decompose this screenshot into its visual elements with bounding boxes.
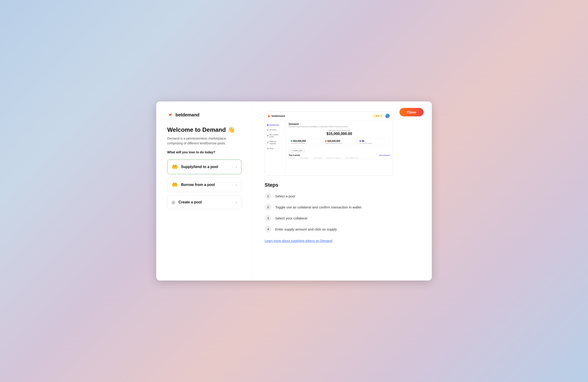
preview-table-header: Pool name Total supplied Total borrowed …: [289, 157, 390, 160]
preview-nav-rewards[interactable]: Platform rewards: [265, 139, 285, 146]
main-modal: betdemand Welcome to Demand 👋 Demand is …: [156, 101, 432, 281]
close-button[interactable]: Close: [399, 108, 423, 116]
preview-sidebar: Dashboard All pools My created pools Pla…: [265, 120, 286, 175]
welcome-desc: Demand is a permissionless marketplace, …: [167, 136, 241, 146]
logo-icon: [167, 112, 174, 118]
allpools-nav-icon: [267, 129, 269, 131]
stat-2-dot: [359, 140, 361, 142]
step-text-4: Enter supply amount and click on supply: [275, 227, 337, 231]
preview-tvl-value: $15,000,000.00: [289, 132, 390, 136]
option-create-label: Create a pool: [178, 200, 232, 204]
stat-0-dot: [291, 140, 292, 142]
preview-top5-header: Top 5 pools View all pools: [289, 154, 390, 156]
step-number-2: 2: [265, 204, 272, 211]
step-item-3: 3 Select your collateral: [265, 215, 420, 221]
step-number-1: 1: [265, 193, 272, 200]
steps-list: 1 Select a pool 2 Toggle use as collater…: [265, 193, 420, 233]
preview-dashboard-title: Demand: [289, 122, 390, 125]
preview-main: Demand Demand is a permissionless market…: [286, 120, 393, 175]
preview-stat-2: 38 No. of pools created: [357, 138, 390, 145]
step-number-3: 3: [265, 215, 272, 221]
preview-dashboard-desc: Demand is a permissionless marketplace, …: [289, 126, 390, 127]
borrow-icon: 🤲: [171, 182, 178, 188]
preview-nav-dashboard[interactable]: Dashboard: [265, 122, 285, 127]
preview-tvl-label: Total value locked across pools: [289, 130, 390, 131]
option-borrow-label: Borrow from a pool: [181, 183, 232, 187]
option-borrow[interactable]: 🤲 Borrow from a pool ›: [167, 178, 241, 192]
logo-row: betdemand: [167, 112, 241, 118]
dashboard-preview: ▶ betdemand ● BSC ▾ Dashbo: [265, 112, 393, 176]
preview-body: Dashboard All pools My created pools Pla…: [265, 120, 393, 175]
preview-logo: ▶ betdemand: [268, 114, 285, 118]
step-text-3: Select your collateral: [275, 216, 307, 220]
preview-view-all[interactable]: View all pools: [379, 155, 390, 156]
preview-stat-0: $54,000,000 Total assets collaterized: [289, 138, 321, 145]
right-panel: Close ▶ betdemand ● BSC ▾: [253, 101, 432, 281]
help-nav-icon: [267, 148, 269, 149]
preview-header: ▶ betdemand ● BSC ▾: [265, 112, 393, 120]
supply-icon: 🤲: [171, 164, 178, 170]
welcome-title: Welcome to Demand 👋: [167, 126, 241, 133]
stat-1-dot: [325, 140, 327, 142]
preview-logo-icon: ▶: [268, 114, 270, 118]
step-text-1: Select a pool: [275, 194, 295, 198]
preview-nav-allpools[interactable]: All pools: [265, 127, 285, 132]
preview-nav-mypools[interactable]: My created pools: [265, 132, 285, 139]
dashboard-nav-icon: [267, 124, 269, 126]
step-number-4: 4: [265, 226, 272, 233]
step-item-2: 2 Toggle use as collateral and confirm t…: [265, 204, 420, 211]
create-pool-icon: ◎: [171, 200, 175, 205]
what-todo-label: What will you love to do today?: [167, 150, 241, 154]
supply-arrow-icon: ›: [236, 165, 237, 169]
option-cards: 🤲 Supply/lend to a pool › 🤲 Borrow from …: [167, 160, 241, 209]
preview-stats-row: $54,000,000 Total assets collaterized $2…: [289, 138, 390, 145]
borrow-arrow-icon: ›: [236, 182, 237, 187]
preview-create-pool-btn[interactable]: + Create a pool: [289, 149, 305, 152]
option-create[interactable]: ◎ Create a pool ›: [167, 195, 241, 209]
preview-stat-1: $26,000,000 Total borrowed across pools: [323, 138, 355, 145]
step-item-1: 1 Select a pool: [265, 193, 420, 200]
option-supply[interactable]: 🤲 Supply/lend to a pool ›: [167, 160, 241, 174]
step-text-2: Toggle use as collateral and confirm tra…: [275, 205, 361, 209]
preview-nav-help[interactable]: Help: [265, 146, 285, 151]
rewards-nav-icon: [267, 142, 269, 143]
mypools-nav-icon: [267, 135, 269, 136]
step-item-4: 4 Enter supply amount and click on suppl…: [265, 226, 420, 233]
steps-title: Steps: [265, 182, 420, 188]
preview-tvl: Total value locked across pools $15,000,…: [289, 130, 390, 136]
left-panel: betdemand Welcome to Demand 👋 Demand is …: [156, 101, 253, 281]
preview-right-badge: ● BSC ▾: [372, 114, 390, 118]
avatar: [385, 114, 390, 118]
logo-text: betdemand: [175, 112, 199, 118]
option-supply-label: Supply/lend to a pool: [181, 165, 232, 169]
bsc-badge: ● BSC ▾: [372, 114, 384, 118]
learn-more-link[interactable]: Learn more about supplying tokens on Dem…: [265, 239, 420, 243]
create-arrow-icon: ›: [236, 200, 237, 205]
